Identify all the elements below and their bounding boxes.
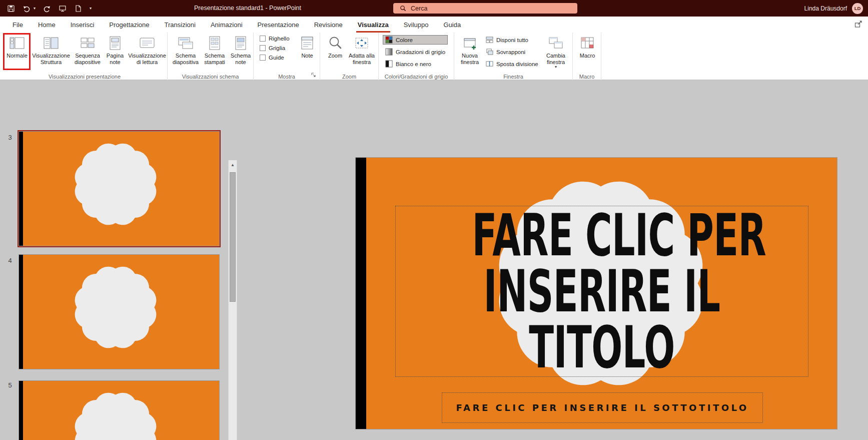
seal-badge [72,389,160,440]
group-label: Mostra [254,74,320,80]
slide-number: 5 [5,381,15,389]
account-area: Linda Dräusdorf LD [804,0,863,17]
tab-file[interactable]: File [5,17,31,33]
start-presentation-icon[interactable] [59,5,67,13]
move-split-icon [486,60,493,68]
macro-icon [579,34,595,52]
group-finestra: Nuova finestra Disponi tutto Sovrapponi [454,33,573,80]
tab-progettazione[interactable]: Progettazione [102,17,157,33]
slide-number: 3 [5,134,15,141]
tab-home[interactable]: Home [31,17,63,33]
undo-icon[interactable] [23,5,31,13]
sovrapponi-button[interactable]: Sovrapponi [483,47,541,57]
note-button[interactable]: Note [298,34,317,70]
search-icon [400,5,406,12]
notes-icon [299,34,315,52]
group-label: Visualizzazioni schema [168,74,253,80]
notes-master-icon [233,34,249,52]
switch-window-icon [548,34,564,52]
chevron-down-icon: ▾ [555,66,557,69]
color-icon [385,36,393,44]
adatta-alla-finestra-button[interactable]: Adatta alla finestra [347,34,376,70]
righello-checkbox[interactable]: Righello [260,36,290,42]
quick-access-toolbar: ▾ ▾ [0,0,92,17]
zoom-icon [327,34,343,52]
schema-stampati-button[interactable]: Schema stampati [201,34,229,70]
reading-view-icon [139,34,155,52]
schema-note-button[interactable]: Schema note [230,34,252,70]
tab-sviluppo[interactable]: Sviluppo [396,17,436,33]
griglia-checkbox[interactable]: Griglia [260,45,290,51]
gradazioni-di-grigio-button[interactable]: Gradazioni di grigio [383,47,448,57]
tab-revisione[interactable]: Revisione [307,17,350,33]
slide-sorter-icon [80,34,96,52]
group-visualizzazioni-schema: Schema diapositiva Schema stampati Schem… [168,33,254,80]
visualizzazione-struttura-button[interactable]: Visualizzazione Struttura [31,34,71,70]
bianco-e-nero-button[interactable]: Bianco e nero [383,59,448,69]
subtitle-placeholder[interactable]: FARE CLIC PER INSERIRE IL SOTTOTITOLO [442,392,763,423]
notes-page-icon [107,34,123,52]
avatar[interactable]: LD [852,3,863,14]
new-document-icon[interactable] [74,5,82,13]
checkbox-icon [260,45,266,51]
group-visualizzazioni-presentazione: Normale Visualizzazione Struttura Sequen… [2,33,168,80]
visualizzazione-di-lettura-button[interactable]: Visualizzazione di lettura [127,34,167,70]
group-label: Finestra [454,74,572,80]
workspace: 3 4 5 ▲ FARE CLIC PER INSERI [0,80,868,440]
pagina-note-button[interactable]: Pagina note [104,34,126,70]
scroll-up-icon[interactable]: ▲ [229,160,237,169]
normale-button[interactable]: Normale [5,34,30,70]
search-placeholder: Cerca [411,5,427,12]
save-icon[interactable] [7,5,15,13]
tab-transizioni[interactable]: Transizioni [157,17,203,33]
disponi-tutto-button[interactable]: Disponi tutto [483,35,541,45]
slide-thumbnail[interactable] [19,254,220,369]
window-title: Presentazione standard1 - PowerPoint [194,0,301,17]
redo-icon[interactable] [43,5,51,13]
black-white-icon [385,60,393,68]
scrollbar-thumb[interactable] [230,172,236,302]
arrange-all-icon [486,36,493,44]
tab-inserisci[interactable]: Inserisci [63,17,102,33]
sequenza-diapositive-button[interactable]: Sequenza diapositive [72,34,103,70]
slide-canvas[interactable]: FARE CLIC PER INSERIRE IL TITOLO FARE CL… [355,157,837,429]
qat-customize-icon[interactable]: ▾ [90,6,92,11]
group-macro: Macro Macro [573,33,601,80]
group-mostra: Righello Griglia Guide Note [254,33,320,80]
slide-thumbnail-selected[interactable] [19,131,220,246]
undo-dropdown-icon[interactable]: ▾ [34,6,36,11]
seal-badge [72,140,160,228]
title-placeholder[interactable]: FARE CLIC PER INSERIRE IL TITOLO [395,206,808,377]
tab-animazioni[interactable]: Animazioni [203,17,250,33]
group-label: Macro [573,74,601,80]
handout-master-icon [207,34,223,52]
slide-stripe [19,132,23,246]
slide-thumbnail[interactable] [19,380,220,440]
sposta-divisione-button[interactable]: Sposta divisione [483,59,541,69]
new-window-icon [462,34,478,52]
group-label: Colori/Gradazioni di grigio [379,74,454,80]
slide-master-icon [178,34,194,52]
titlebar: ▾ ▾ Presentazione standard1 - PowerPoint… [0,0,868,17]
nuova-finestra-button[interactable]: Nuova finestra [458,34,481,70]
search-input[interactable]: Cerca [393,3,577,14]
outline-view-icon [43,34,59,52]
ribbon: Normale Visualizzazione Struttura Sequen… [0,33,868,80]
share-icon[interactable] [854,17,863,33]
cambia-finestra-button[interactable]: Cambia finestra ▾ [542,34,569,70]
colore-button[interactable]: Colore [383,35,448,45]
slide-title: FARE CLIC PER INSERIRE IL TITOLO [472,206,731,376]
slide-subtitle: FARE CLIC PER INSERIRE IL SOTTOTITOLO [456,402,748,413]
thumbnail-scrollbar[interactable]: ▲ [228,160,237,440]
schema-diapositiva-button[interactable]: Schema diapositiva [172,34,200,70]
tab-presentazione[interactable]: Presentazione [250,17,307,33]
fit-to-window-icon [354,34,370,52]
guide-checkbox[interactable]: Guide [260,55,290,61]
macro-button[interactable]: Macro [577,34,598,70]
zoom-button[interactable]: Zoom [324,34,346,70]
slide-number: 4 [5,257,15,264]
mostra-checkboxes: Righello Griglia Guide [260,36,290,61]
group-label: Visualizzazioni presentazione [2,74,167,80]
tab-visualizza[interactable]: Visualizza [350,17,396,33]
tab-guida[interactable]: Guida [436,17,469,33]
